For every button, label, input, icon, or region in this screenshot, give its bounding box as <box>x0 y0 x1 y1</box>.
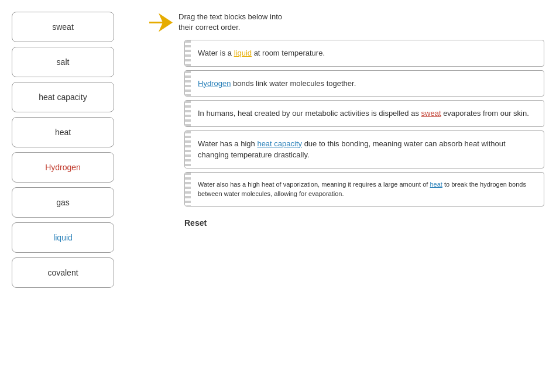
block-link[interactable]: Hydrogen <box>198 79 231 88</box>
block-2[interactable]: Hydrogen bonds link water molecules toge… <box>184 70 544 97</box>
word-bank: sweatsaltheat capacityheatHydrogengasliq… <box>12 12 114 288</box>
tile-covalent[interactable]: covalent <box>12 257 114 288</box>
tile-salt[interactable]: salt <box>12 47 114 77</box>
block-text: at room temperature. <box>252 49 325 57</box>
block-text: Water also has a high heat of vaporizati… <box>198 181 430 188</box>
block-1[interactable]: Water is a liquid at room temperature. <box>184 40 544 67</box>
block-text: evaporates from our skin. <box>441 109 529 118</box>
tile-gas[interactable]: gas <box>12 187 114 218</box>
svg-marker-0 <box>149 13 173 32</box>
block-4[interactable]: Water has a high heat capacity due to th… <box>184 130 544 169</box>
block-3[interactable]: In humans, heat created by our metabolic… <box>184 100 544 127</box>
block-link[interactable]: sweat <box>421 109 441 118</box>
instruction-row: Drag the text blocks below into their co… <box>149 12 544 33</box>
instruction-text: Drag the text blocks below into their co… <box>179 12 296 33</box>
reset-button[interactable]: Reset <box>184 218 544 228</box>
block-link[interactable]: liquid <box>234 49 252 57</box>
block-link[interactable]: heat <box>430 181 442 188</box>
ordering-area: Drag the text blocks below into their co… <box>126 12 544 288</box>
tile-hydrogen[interactable]: Hydrogen <box>12 152 114 183</box>
arrow-icon <box>149 12 173 33</box>
block-text: bonds link water molecules together. <box>231 79 356 88</box>
block-text: In humans, heat created by our metabolic… <box>198 109 421 118</box>
tile-liquid[interactable]: liquid <box>12 222 114 253</box>
block-text: Water has a high <box>198 139 257 148</box>
tile-sweat[interactable]: sweat <box>12 12 114 42</box>
block-text: Water is a <box>198 49 234 57</box>
tile-heat[interactable]: heat <box>12 117 114 147</box>
block-5[interactable]: Water also has a high heat of vaporizati… <box>184 172 544 207</box>
block-link[interactable]: heat capacity <box>257 139 302 148</box>
tile-heat-capacity[interactable]: heat capacity <box>12 82 114 112</box>
